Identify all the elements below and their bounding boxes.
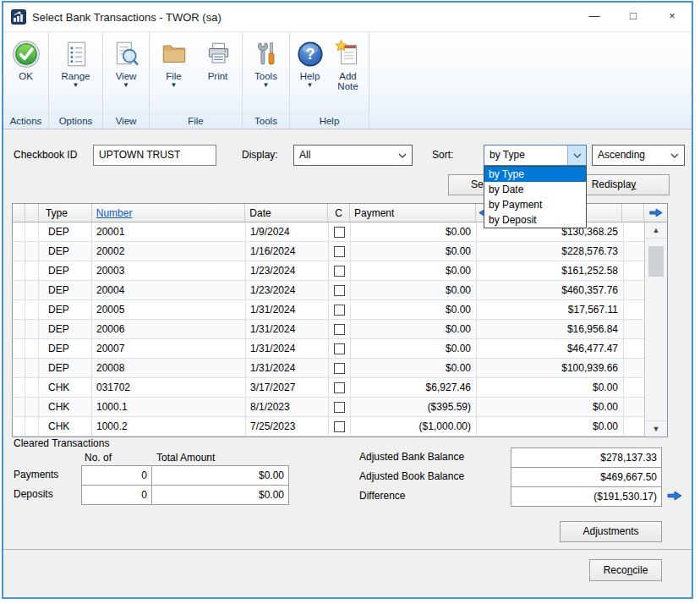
toolbar-group-tools: Tools ▼ Tools bbox=[243, 32, 290, 129]
difference-field: ($191,530.17) bbox=[511, 486, 662, 507]
range-list-icon bbox=[61, 39, 91, 69]
cleared-checkbox[interactable] bbox=[334, 421, 345, 432]
deposits-count-field: 0 bbox=[81, 485, 152, 505]
deposits-label: Deposits bbox=[14, 485, 53, 504]
checkbook-id-field[interactable]: UPTOWN TRUST bbox=[93, 145, 216, 166]
adjusted-book-balance-label: Adjusted Book Balance bbox=[359, 467, 464, 486]
chevron-down-icon: ▼ bbox=[123, 82, 129, 89]
sort-option-by-payment[interactable]: by Payment bbox=[484, 197, 586, 212]
print-button[interactable]: Print bbox=[196, 39, 240, 113]
column-header-number-link[interactable]: Number bbox=[96, 207, 133, 219]
adjusted-book-balance-field: $469,667.50 bbox=[511, 467, 662, 487]
chevron-down-icon: ▼ bbox=[171, 82, 178, 89]
sort-option-by-type[interactable]: by Type bbox=[484, 167, 586, 182]
range-button[interactable]: Range ▼ bbox=[54, 39, 98, 113]
table-row[interactable]: DEP 20006 1/31/2024 $0.00 $16,956.84 bbox=[13, 320, 667, 339]
toolbar-filler bbox=[369, 32, 692, 129]
column-header-payment: Payment bbox=[350, 204, 476, 222]
folder-icon bbox=[159, 39, 189, 69]
display-label: Display: bbox=[242, 145, 278, 166]
reconcile-button[interactable]: Reconcile bbox=[589, 559, 662, 581]
screen: Select Bank Transactions - TWOR (sa) — □… bbox=[0, 0, 700, 604]
adjusted-bank-balance-label: Adjusted Bank Balance bbox=[359, 448, 464, 467]
scrollbar-thumb[interactable] bbox=[648, 246, 664, 277]
table-row[interactable]: DEP 20003 1/23/2024 $0.00 $161,252.58 bbox=[13, 261, 667, 281]
no-of-column-label: No. of bbox=[85, 450, 112, 465]
scrollbar-down-icon[interactable]: ▼ bbox=[645, 420, 667, 437]
add-note-icon bbox=[333, 39, 364, 69]
chevron-down-icon bbox=[567, 146, 586, 165]
app-icon bbox=[11, 9, 26, 25]
sort-label: Sort: bbox=[432, 145, 453, 166]
adjustments-button[interactable]: Adjustments bbox=[560, 521, 662, 542]
cleared-checkbox[interactable] bbox=[334, 285, 345, 296]
toolbar-group-view: View ▼ View bbox=[103, 32, 150, 129]
help-button[interactable]: ? Help ▼ bbox=[292, 39, 329, 113]
table-row[interactable]: CHK 031702 3/17/2027 $6,927.46 $0.00 bbox=[13, 378, 667, 398]
payments-count-field: 0 bbox=[81, 465, 152, 486]
sort-order-dropdown[interactable]: Ascending bbox=[592, 145, 685, 166]
cleared-checkbox[interactable] bbox=[334, 246, 345, 257]
column-header-date: Date bbox=[245, 204, 328, 222]
close-button[interactable]: × bbox=[653, 3, 692, 31]
scrollbar-up-icon[interactable]: ▲ bbox=[645, 222, 667, 239]
sort-option-by-date[interactable]: by Date bbox=[484, 182, 586, 197]
chevron-down-icon bbox=[665, 146, 684, 165]
cleared-checkbox[interactable] bbox=[334, 363, 345, 374]
display-dropdown[interactable]: All bbox=[293, 145, 413, 166]
table-row[interactable]: DEP 20007 1/31/2024 $0.00 $46,477.47 bbox=[13, 339, 667, 359]
window-title: Select Bank Transactions - TWOR (sa) bbox=[32, 11, 221, 24]
sort-dropdown-list: by Type by Date by Payment by Deposit bbox=[484, 166, 587, 228]
cleared-checkbox[interactable] bbox=[334, 402, 345, 413]
table-row[interactable]: CHK 1000.2 7/25/2023 ($1,000.00) $0.00 bbox=[13, 417, 667, 437]
printer-icon bbox=[203, 39, 233, 69]
payments-label: Payments bbox=[14, 465, 58, 485]
chevron-down-icon: ▼ bbox=[307, 82, 314, 89]
chevron-down-icon: ▼ bbox=[263, 82, 270, 89]
cleared-checkbox[interactable] bbox=[334, 305, 345, 316]
payments-total-field: $0.00 bbox=[151, 465, 289, 486]
table-row[interactable]: DEP 20008 1/31/2024 $0.00 $100,939.66 bbox=[13, 359, 667, 378]
cleared-checkbox[interactable] bbox=[334, 227, 345, 238]
column-header-cleared: C bbox=[328, 204, 350, 222]
sort-dropdown[interactable]: by Type bbox=[484, 145, 587, 166]
cleared-checkbox[interactable] bbox=[334, 382, 345, 393]
table-row[interactable]: DEP 20005 1/31/2024 $0.00 $17,567.11 bbox=[13, 300, 667, 320]
cleared-checkbox[interactable] bbox=[334, 266, 345, 277]
maximize-button[interactable]: □ bbox=[614, 3, 653, 31]
table-row[interactable]: CHK 1000.1 8/1/2023 ($395.59) $0.00 bbox=[13, 398, 667, 417]
adjusted-bank-balance-field: $278,137.33 bbox=[511, 448, 662, 468]
file-button[interactable]: File ▼ bbox=[152, 39, 196, 113]
view-button[interactable]: View ▼ bbox=[104, 39, 148, 113]
deposits-total-field: $0.00 bbox=[151, 485, 289, 505]
toolbar-group-options: Range ▼ Options bbox=[49, 32, 103, 129]
column-header-type: Type bbox=[39, 204, 92, 222]
ok-button[interactable]: OK bbox=[4, 39, 48, 113]
toolbar-group-help: ? Help ▼ Add Note H bbox=[290, 32, 369, 129]
add-note-button[interactable]: Add Note bbox=[329, 39, 368, 113]
scroll-columns-right-icon[interactable] bbox=[648, 207, 664, 218]
ok-icon bbox=[11, 39, 41, 69]
cleared-checkbox[interactable] bbox=[334, 343, 345, 354]
sort-option-by-deposit[interactable]: by Deposit bbox=[484, 212, 586, 228]
cleared-checkbox[interactable] bbox=[334, 324, 345, 335]
table-row[interactable]: DEP 20002 1/16/2024 $0.00 $228,576.73 bbox=[13, 242, 667, 261]
difference-expand-icon[interactable] bbox=[666, 490, 683, 502]
toolbar-group-actions: OK Actions bbox=[3, 32, 49, 129]
table-body: DEP 20001 1/9/2024 $0.00 $130,368.25 DEP… bbox=[13, 222, 667, 437]
table-row[interactable]: DEP 20004 1/23/2024 $0.00 $460,357.76 bbox=[13, 281, 667, 300]
titlebar: Select Bank Transactions - TWOR (sa) — □… bbox=[3, 3, 692, 31]
total-amount-column-label: Total Amount bbox=[156, 450, 215, 465]
chevron-down-icon bbox=[393, 146, 412, 165]
transactions-table: Type Number Date C Payment Deposit DEP bbox=[12, 203, 668, 437]
minimize-button[interactable]: — bbox=[575, 3, 614, 31]
tools-icon bbox=[251, 39, 282, 69]
checkbook-id-label: Checkbook ID bbox=[14, 145, 77, 166]
view-document-icon bbox=[111, 39, 141, 69]
tools-button[interactable]: Tools ▼ bbox=[244, 39, 288, 113]
svg-text:?: ? bbox=[305, 46, 314, 63]
vertical-scrollbar[interactable]: ▲ ▼ bbox=[644, 222, 667, 437]
cleared-transactions-title: Cleared Transactions bbox=[14, 436, 109, 451]
toolbar: OK Actions Range ▼ Opt bbox=[3, 31, 692, 129]
footer-divider bbox=[3, 549, 692, 550]
